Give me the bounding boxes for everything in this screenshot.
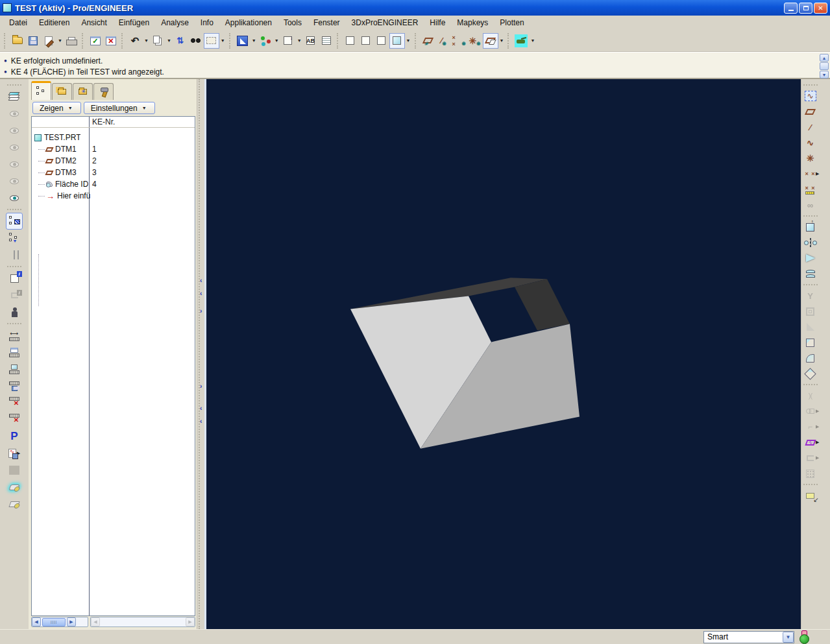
hidden-line-display-button[interactable]	[358, 33, 374, 49]
datum-points-toggle[interactable]: × ×	[452, 33, 467, 49]
hole-tool-button[interactable]: Y	[803, 288, 818, 304]
print-button[interactable]	[64, 33, 79, 49]
tab-favorites[interactable]	[73, 83, 93, 100]
tab-model-tree[interactable]	[31, 81, 51, 100]
extrude-tool-button[interactable]	[803, 219, 818, 235]
tree-row[interactable]: DTM2 2	[32, 155, 195, 167]
visibility-button[interactable]	[6, 189, 23, 206]
surface-display-button[interactable]	[6, 495, 23, 512]
chevron-right-icon[interactable]: ›	[200, 307, 202, 315]
surface-analysis-button[interactable]	[6, 479, 23, 495]
close-button[interactable]: ✕	[814, 3, 827, 14]
tab-folder-browser[interactable]	[52, 83, 72, 100]
scroll-down-button[interactable]: ▼	[820, 71, 829, 78]
tree-row[interactable]: Fläche ID 4	[32, 178, 195, 190]
navigator-window-toggle[interactable]	[6, 213, 23, 230]
chevron-down-icon[interactable]: ▼	[783, 632, 794, 643]
menu-fenster[interactable]: Fenster	[308, 17, 345, 29]
scrollbar-thumb[interactable]: ||||	[42, 618, 66, 626]
scroll-right-button[interactable]: ▶	[67, 617, 76, 626]
einstellungen-button[interactable]: Einstellungen▼	[84, 102, 155, 114]
flyout-arrow-icon[interactable]: ▶	[815, 424, 819, 429]
tree-row-insert-here[interactable]: → Hier einfü	[32, 190, 195, 202]
csys-tool-button[interactable]: ✳	[803, 150, 818, 166]
scroll-up-button[interactable]: ▲	[820, 54, 829, 62]
model-svg[interactable]	[206, 79, 801, 629]
chevron-left-icon[interactable]: ‹	[200, 405, 202, 412]
saved-analysis-button[interactable]	[6, 377, 23, 394]
curve-tool-button[interactable]: ∿	[803, 135, 818, 150]
point-array-button[interactable]: × ×	[803, 182, 818, 197]
wireframe-display-button[interactable]	[343, 33, 358, 49]
trim-tool-button[interactable]: ⌐▶	[803, 419, 818, 435]
datum-planes-toggle[interactable]	[421, 33, 436, 49]
tree-row[interactable]: DTM1 1	[32, 143, 195, 155]
measure-button[interactable]: ⟷	[6, 327, 23, 344]
copy-button[interactable]	[150, 33, 165, 49]
model-face-right-dark[interactable]	[515, 279, 570, 330]
model-info-button[interactable]	[6, 270, 23, 287]
shell-tool-button[interactable]	[803, 304, 818, 319]
scrollbar-thumb[interactable]	[820, 62, 829, 70]
sketch-tool-button[interactable]: ∿	[803, 88, 818, 104]
menu-analyse[interactable]: Analyse	[156, 17, 194, 29]
hide-item-button[interactable]	[6, 105, 23, 122]
chain-tool-button[interactable]: ∞	[803, 197, 818, 213]
selection-filter-combo[interactable]: Smart ▼	[703, 631, 794, 643]
parameter-button[interactable]: P	[6, 428, 23, 445]
tree-row[interactable]: DTM3 3	[32, 167, 195, 178]
window-close-button[interactable]: ✕	[103, 33, 119, 49]
flyout-arrow-icon[interactable]: ▶	[815, 409, 819, 414]
shaded-display-button[interactable]	[389, 33, 405, 49]
no-hidden-display-button[interactable]	[374, 33, 389, 49]
chevron-down-icon[interactable]: ▼	[529, 38, 536, 43]
tab-connections[interactable]	[93, 83, 114, 100]
pattern-tool-button[interactable]	[803, 466, 818, 481]
chevron-left-icon[interactable]: ‹	[200, 418, 202, 425]
menu-tools[interactable]: Tools	[278, 17, 307, 29]
scroll-right-button[interactable]: ▶	[186, 617, 195, 626]
flyout-arrow-icon[interactable]: ▶	[815, 440, 819, 445]
reset-status-button[interactable]	[6, 173, 23, 189]
boundary-blend-tool-button[interactable]: ∿▶	[803, 435, 818, 450]
message-scrollbar[interactable]: ▲ ▼	[820, 54, 829, 78]
save-status-button[interactable]	[6, 156, 23, 173]
tree-filter-button[interactable]	[6, 230, 23, 246]
scroll-left-button[interactable]: ◀	[32, 617, 41, 626]
repaint-button[interactable]	[235, 33, 250, 49]
unhide-item-button[interactable]	[6, 122, 23, 139]
menu-einfuegen[interactable]: Einfügen	[114, 17, 154, 29]
flyout-arrow-icon[interactable]: ▶	[815, 171, 819, 176]
point-tool-button[interactable]: × ×▶	[803, 166, 818, 182]
chevron-down-icon[interactable]: ▼	[165, 38, 173, 43]
feature-info-button[interactable]	[6, 287, 23, 304]
regenerate-button[interactable]: ⇅	[173, 33, 188, 49]
3d-mouse-button[interactable]	[513, 33, 529, 49]
unhide-all-button[interactable]	[6, 139, 23, 156]
edit-analysis-button[interactable]	[6, 394, 23, 411]
reorient-view-button[interactable]: ↓	[280, 33, 296, 49]
chevron-right-icon[interactable]: ›	[200, 383, 202, 390]
menu-plotten[interactable]: Plotten	[494, 17, 529, 29]
column-hscrollbar[interactable]: ◀ ▶	[90, 617, 195, 627]
chevron-down-icon[interactable]: ▼	[498, 38, 506, 43]
menu-editieren[interactable]: Editieren	[34, 17, 75, 29]
edge-chamfer-tool-button[interactable]	[803, 366, 818, 381]
mirror-tool-button[interactable]: )(	[803, 388, 818, 403]
menu-info[interactable]: Info	[195, 17, 219, 29]
extend-tool-button[interactable]: ▶	[803, 450, 818, 466]
tree-row-root[interactable]: TEST.PRT	[32, 132, 195, 143]
view-manager-button[interactable]	[319, 33, 334, 49]
draft-tool-button[interactable]	[803, 319, 818, 335]
window-activate-button[interactable]: ✓	[88, 33, 103, 49]
chevron-down-icon[interactable]: ▼	[405, 38, 412, 43]
flag-button[interactable]	[6, 462, 23, 479]
style-tool-button[interactable]	[803, 488, 818, 503]
menu-datei[interactable]: Datei	[4, 17, 32, 29]
sweep-tool-button[interactable]	[803, 250, 818, 266]
tree-column-header[interactable]: KE-Nr.	[32, 117, 195, 128]
open-button[interactable]	[10, 33, 25, 49]
scroll-left-button[interactable]: ◀	[91, 617, 100, 626]
chevron-down-icon[interactable]: ▼	[296, 38, 303, 43]
model-analysis-button[interactable]	[6, 344, 23, 361]
